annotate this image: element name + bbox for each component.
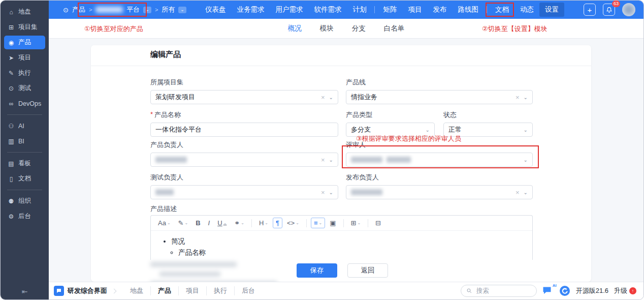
sidebar-item-project[interactable]: ➤项目 — [4, 51, 45, 65]
menu-divider — [487, 6, 487, 13]
divider-block-icon[interactable]: ⊟ — [372, 218, 384, 228]
list-icon[interactable]: ≡⌄ — [311, 218, 325, 228]
bottom-tab-execution[interactable]: 执行 — [206, 286, 234, 295]
sidebar-divider — [7, 152, 42, 153]
execution-icon: ✎ — [8, 70, 15, 77]
paragraph-icon[interactable]: ¶ — [273, 218, 282, 228]
editor-content[interactable]: 简况 产品名称 — [151, 231, 532, 257]
nav-item-matrix[interactable]: 矩阵 — [377, 3, 402, 17]
required-asterisk: * — [150, 110, 153, 119]
sidebar-item-bi[interactable]: ▥BI — [4, 134, 45, 148]
project-set-select[interactable]: 策划研发项目 × ⌄ — [150, 90, 338, 104]
product-line-select[interactable]: 情指业务 × ⌄ — [346, 90, 533, 104]
back-button[interactable]: 返回 — [347, 263, 388, 278]
nav-item-user-req[interactable]: 用户需求 — [270, 3, 308, 17]
global-search[interactable] — [461, 285, 537, 297]
tab-whitelist[interactable]: 白名单 — [384, 24, 405, 33]
breadcrumb-module[interactable]: 产品 — [72, 5, 85, 14]
release-owner-select[interactable]: × ⌄ — [346, 185, 533, 199]
link-icon[interactable]: ⚭⌄ — [231, 218, 247, 228]
sidebar-item-devops[interactable]: ∞DevOps — [4, 97, 45, 110]
sidebar-item-product[interactable]: ◉产品 — [4, 36, 45, 49]
nav-item-release[interactable]: 发布 — [427, 3, 452, 17]
home-icon: ⌂ — [8, 9, 15, 16]
search-input[interactable] — [475, 287, 526, 295]
font-icon[interactable]: Aa⌄ — [155, 218, 174, 228]
bottom-tab-project[interactable]: 项目 — [178, 286, 206, 295]
breadcrumb-scope[interactable]: 所有 — [162, 5, 175, 14]
collapse-sidebar-icon[interactable]: ⇤ — [1, 287, 49, 295]
redacted-product-name — [95, 7, 123, 13]
ai-assistant-icon[interactable]: AI — [542, 286, 552, 296]
italic-icon[interactable]: I — [205, 218, 213, 228]
field-label: *产品名称 — [150, 110, 338, 119]
chevron-down-icon: ⌄ — [167, 221, 171, 225]
select-value: 正常 — [448, 125, 462, 134]
workspace-label[interactable]: 研发综合界面 — [68, 286, 107, 295]
zentao-logo[interactable] — [559, 285, 570, 296]
product-owner-select[interactable]: × ⌄ — [150, 153, 338, 167]
breadcrumb-separator: > — [89, 7, 92, 13]
sidebar-item-org[interactable]: ⚉组织 — [4, 194, 45, 208]
test-owner-select[interactable]: × ⌄ — [150, 185, 338, 199]
chevron-down-icon[interactable]: ⌄ — [143, 7, 151, 13]
table-icon[interactable]: ⊞⌄ — [348, 218, 364, 228]
breadcrumb-product[interactable]: 平台 — [126, 5, 140, 14]
tab-overview[interactable]: 概况 — [288, 24, 302, 33]
sidebar-item-ai[interactable]: ⚇AI — [4, 119, 45, 133]
search-icon — [466, 288, 472, 294]
edit-product-card: 编辑产品 所属项目集 策划研发项目 × ⌄ 产品线 情指业务 × ⌄ *产品名称… — [91, 45, 591, 282]
nav-item-project[interactable]: 项目 — [402, 3, 427, 17]
bottom-tab-admin[interactable]: 后台 — [234, 286, 262, 295]
status-select[interactable]: 正常 ⌄ — [443, 123, 533, 137]
chevron-down-icon[interactable]: ⌄ — [178, 7, 186, 13]
top-menu: 仪表盘 业务需求 用户需求 软件需求 计划 矩阵 项目 发布 路线图 文档 动态… — [200, 3, 564, 17]
sidebar-item-home[interactable]: ⌂地盘 — [4, 5, 45, 19]
image-icon[interactable]: ▣ — [327, 218, 339, 228]
underline-icon[interactable]: U⌄ — [214, 218, 230, 228]
select-value: 策划研发项目 — [155, 93, 195, 102]
product-type-select[interactable]: 多分支 ⌄ — [346, 123, 435, 137]
bold-icon[interactable]: B — [192, 218, 203, 228]
code-icon[interactable]: <>⌄ — [284, 218, 302, 228]
clear-icon[interactable]: × — [516, 189, 520, 196]
upgrade-link[interactable]: 升级↑ — [614, 286, 636, 295]
notifications-button[interactable]: 63 — [603, 4, 615, 16]
nav-item-roadmap[interactable]: 路线图 — [452, 3, 484, 17]
workspace-chat-icon[interactable] — [54, 286, 64, 296]
sidebar-item-project-set[interactable]: ⊞项目集 — [4, 20, 45, 34]
bottom-tab-home[interactable]: 地盘 — [123, 286, 150, 295]
chevron-down-icon: ⌄ — [296, 221, 299, 225]
nav-item-doc[interactable]: 文档 — [490, 3, 514, 17]
sidebar-item-execution[interactable]: ✎执行 — [4, 66, 45, 80]
sidebar-item-doc[interactable]: ▯文档 — [4, 172, 45, 186]
nav-item-business-req[interactable]: 业务需求 — [231, 3, 270, 17]
nav-item-plan[interactable]: 计划 — [347, 3, 372, 17]
sidebar-item-test[interactable]: ⊙测试 — [4, 81, 45, 95]
description-editor[interactable]: Aa⌄ ✎⌄ B I U⌄ ⚭⌄ H⌄ ¶ <>⌄ ≡⌄ ▣ ⊞⌄ ⊟ — [150, 215, 533, 260]
nav-item-settings[interactable]: 设置 — [539, 3, 564, 17]
field-product-owner: 产品负责人 × ⌄ — [150, 140, 338, 167]
highlight-icon[interactable]: ✎⌄ — [175, 218, 191, 228]
save-button[interactable]: 保存 — [297, 263, 337, 278]
nav-item-dynamic[interactable]: 动态 — [514, 3, 539, 17]
select-value: 多分支 — [351, 125, 371, 134]
reviewers-select[interactable]: ⌄ — [346, 153, 533, 167]
clear-icon[interactable]: × — [321, 156, 325, 164]
clear-icon[interactable]: × — [321, 94, 325, 101]
nav-item-dashboard[interactable]: 仪表盘 — [200, 3, 232, 17]
nav-item-software-req[interactable]: 软件需求 — [308, 3, 347, 17]
avatar[interactable] — [622, 3, 635, 16]
product-name-input[interactable] — [150, 123, 338, 137]
bottom-tab-product[interactable]: 产品 — [150, 286, 178, 295]
breadcrumb-separator: > — [155, 7, 158, 13]
heading-icon[interactable]: H⌄ — [256, 218, 271, 228]
clear-icon[interactable]: × — [321, 189, 325, 196]
create-button[interactable]: + — [584, 4, 596, 16]
app-window: ⌂地盘 ⊞项目集 ◉产品 ➤项目 ✎执行 ⊙测试 ∞DevOps ⚇AI ▥BI… — [0, 0, 644, 300]
tab-branch[interactable]: 分支 — [352, 24, 366, 33]
sidebar-item-kanban[interactable]: ▤看板 — [4, 157, 45, 170]
clear-icon[interactable]: × — [516, 94, 520, 101]
tab-module[interactable]: 模块 — [320, 24, 334, 33]
sidebar-item-admin[interactable]: ⚙后台 — [4, 209, 45, 223]
